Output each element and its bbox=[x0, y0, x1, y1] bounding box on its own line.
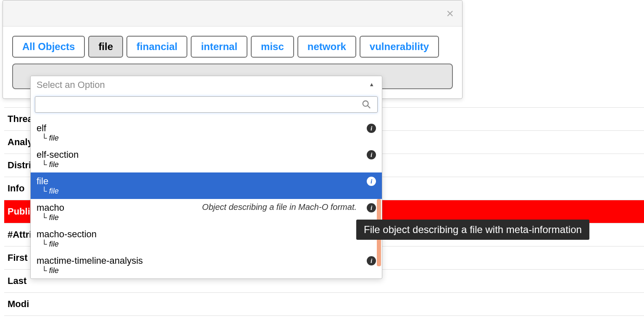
option-category: file bbox=[37, 240, 376, 249]
info-icon[interactable]: i bbox=[367, 203, 376, 212]
tab-all-objects[interactable]: All Objects bbox=[12, 36, 85, 58]
info-icon[interactable]: i bbox=[367, 177, 376, 186]
tab-financial[interactable]: financial bbox=[126, 36, 187, 58]
option-category: file bbox=[37, 266, 376, 275]
tab-file[interactable]: file bbox=[88, 36, 123, 58]
option-category: file bbox=[37, 187, 376, 196]
option-category: file bbox=[37, 160, 376, 169]
object-dropdown[interactable]: Select an Option elffileielf-sectionfile… bbox=[30, 76, 382, 279]
info-tooltip: File object describing a file with meta-… bbox=[356, 220, 589, 240]
option-category: file bbox=[37, 134, 376, 143]
option-title: macho-section bbox=[37, 229, 376, 240]
bg-row: Modi bbox=[4, 292, 644, 316]
dropdown-search-input[interactable] bbox=[35, 96, 378, 113]
dropdown-option[interactable]: elf-sectionfilei bbox=[31, 146, 382, 172]
modal-header: × bbox=[3, 0, 462, 27]
option-description: Object describing a file in Mach-O forma… bbox=[202, 202, 357, 212]
dropdown-placeholder[interactable]: Select an Option bbox=[31, 76, 382, 94]
dropdown-option[interactable]: filefilei bbox=[31, 172, 382, 199]
info-icon[interactable]: i bbox=[367, 150, 376, 159]
tab-vulnerability[interactable]: vulnerability bbox=[360, 36, 439, 58]
dropdown-search-row bbox=[31, 94, 382, 117]
tab-misc[interactable]: misc bbox=[251, 36, 294, 58]
option-title: file bbox=[37, 176, 376, 187]
svg-point-0 bbox=[363, 101, 368, 106]
close-icon[interactable]: × bbox=[446, 7, 454, 20]
info-icon[interactable]: i bbox=[367, 256, 376, 265]
dropdown-list[interactable]: elffileielf-sectionfileifilefileimachofi… bbox=[31, 117, 382, 278]
option-title: elf-section bbox=[37, 149, 376, 160]
option-title: mactime-timeline-analysis bbox=[37, 255, 376, 266]
tab-network[interactable]: network bbox=[297, 36, 356, 58]
info-icon[interactable]: i bbox=[367, 124, 376, 133]
dropdown-option[interactable]: elffilei bbox=[31, 119, 382, 146]
option-title: elf bbox=[37, 123, 376, 134]
search-icon bbox=[362, 100, 371, 111]
dropdown-option[interactable]: mactime-timeline-analysisfilei bbox=[31, 252, 382, 278]
dropdown-option[interactable]: machofileObject describing a file in Mac… bbox=[31, 199, 382, 225]
option-category: file bbox=[37, 213, 376, 222]
category-tabs: All Objectsfilefinancialinternalmiscnetw… bbox=[12, 36, 453, 58]
svg-line-1 bbox=[368, 106, 370, 108]
tab-internal[interactable]: internal bbox=[191, 36, 247, 58]
dropdown-option[interactable]: macho-sectionfilei bbox=[31, 225, 382, 252]
